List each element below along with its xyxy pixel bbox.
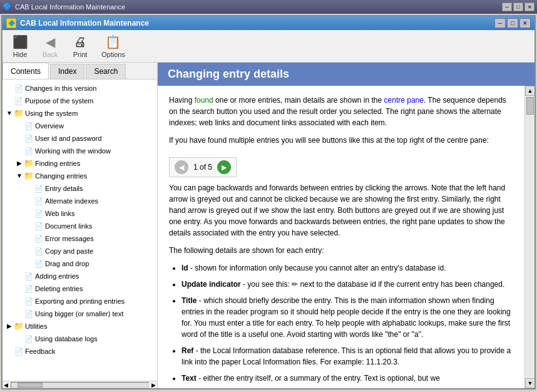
tree-item-changing-entries[interactable]: ▼📁Changing entries [5,170,155,182]
tree-item-working-window[interactable]: 📄Working with the window [5,145,155,157]
scroll-track [11,382,149,388]
tree-label-entry-details: Entry details [45,183,83,194]
tree-item-adding-entries[interactable]: 📄Adding entries [5,270,155,282]
back-icon: ◀ [41,33,59,51]
tree-label-purpose: Purpose of the system [25,95,93,106]
inner-title-bar: 🔷 CAB Local Information Maintenance ─ □ … [3,16,534,30]
maximize-button[interactable]: □ [513,3,523,11]
print-label: Print [73,51,88,58]
prev-entry-button[interactable]: ◀ [175,160,188,174]
tree-label-using-bigger: Using bigger (or smaller) text [35,308,123,319]
scroll-thumb[interactable] [18,383,43,388]
tab-bar: Contents Index Search [3,63,157,80]
bullet-desc-id: - shown for information only because you… [190,264,446,272]
folder-icon-finding-entries: 📁 [24,159,34,168]
bullet-desc-title: - which should briefly describe the entr… [182,296,511,339]
inner-window: 🔷 CAB Local Information Maintenance ─ □ … [1,15,536,389]
tab-contents[interactable]: Contents [3,63,49,79]
tree-item-changes[interactable]: 📄Changes in this version [5,82,155,95]
highlight-found: found [195,96,213,105]
tree-item-user-id[interactable]: 📄User id and password [5,132,155,145]
tree-item-drag-drop[interactable]: 📄Drag and drop [5,257,155,270]
outer-title-text: CAB Local Information Maintenance [15,3,501,11]
back-label: Back [43,51,58,58]
tree-item-entry-details[interactable]: 📄Entry details [5,182,155,195]
toggle-changing-entries[interactable]: ▼ [15,170,24,182]
left-horizontal-scrollbar[interactable]: ◀ ▶ [3,381,157,388]
tree-view: 📄Changes in this version📄Purpose of the … [3,80,157,381]
tree-label-copy-paste: Copy and paste [45,245,93,257]
minimize-button[interactable]: ─ [502,3,512,11]
tree-item-overview[interactable]: 📄Overview [5,120,155,132]
tree-item-alternate-indexes[interactable]: 📄Alternate indexes [5,195,155,207]
tree-label-adding-entries: Adding entries [35,271,79,282]
tree-label-changing-entries: Changing entries [35,170,87,182]
bullet-desc-update: - you see this: ✏ next to the database i… [243,280,504,289]
link-centre: centre pane [384,96,424,105]
scroll-right-btn[interactable]: ▶ [150,382,157,388]
tree-item-document-links[interactable]: 📄Document links [5,220,155,232]
tree-item-error-messages[interactable]: 📄Error messages [5,232,155,245]
scroll-up-button[interactable]: ▲ [525,86,534,96]
content-body: Having found one or more entries, main d… [158,86,524,388]
bullet-desc-text: - either the entry itself, or a summary … [198,374,440,383]
inner-window-icon: 🔷 [6,18,16,28]
tree-label-working-window: Working with the window [35,145,111,157]
scroll-left-btn[interactable]: ◀ [3,382,9,388]
tree-item-using-bigger[interactable]: 📄Using bigger (or smaller) text [5,307,155,320]
tree-item-exporting-printing[interactable]: 📄Exporting and printing entries [5,295,155,307]
right-content-wrapper: Having found one or more entries, main d… [158,86,534,388]
scroll-down-button[interactable]: ▼ [525,378,534,388]
folder-icon-using-system: 📁 [14,109,24,118]
right-panel: Changing entry details Having found one … [158,63,534,388]
tree-item-purpose[interactable]: 📄Purpose of the system [5,95,155,107]
toggle-using-system[interactable]: ▼ [5,108,14,119]
content-header: Changing entry details [158,63,534,86]
list-item-text: Text - either the entry itself, or a sum… [182,373,513,384]
paragraph-4: The following details are shown for each… [169,245,513,256]
inner-close-button[interactable]: ✕ [519,18,531,28]
page-icon-error-messages: 📄 [34,234,44,243]
tree-label-exporting-printing: Exporting and printing entries [35,296,125,307]
hide-button[interactable]: ⬛ Hide [8,32,33,59]
tree-label-deleting-entries: Deleting entries [35,283,83,294]
options-button[interactable]: 📋 Options [98,32,129,59]
hide-label: Hide [13,51,28,58]
content-title: Changing entry details [168,68,524,81]
page-icon-exporting-printing: 📄 [24,297,34,306]
inner-maximize-button[interactable]: □ [507,18,518,28]
tree-label-alternate-indexes: Alternate indexes [45,195,98,207]
outer-title-bar: 🔷 CAB Local Information Maintenance ─ □ … [0,0,537,14]
right-scroll-thumb[interactable] [526,97,534,115]
page-icon-drag-drop: 📄 [34,259,44,268]
page-icon-adding-entries: 📄 [24,272,34,281]
tree-item-database-logs[interactable]: 📄Using database logs [5,333,155,345]
toggle-finding-entries[interactable]: ▶ [15,158,24,169]
toggle-utilities[interactable]: ▶ [5,321,14,332]
page-icon-alternate-indexes: 📄 [34,197,44,205]
list-item-id: Id - shown for information only because … [182,262,513,274]
print-button[interactable]: 🖨 Print [68,32,93,59]
tab-search[interactable]: Search [86,64,126,79]
bullet-term-id: Id [182,264,188,272]
back-button[interactable]: ◀ Back [38,32,63,59]
tree-item-utilities[interactable]: ▶📁Utilities [5,320,155,333]
options-label: Options [101,51,125,58]
tree-item-web-links[interactable]: 📄Web links [5,207,155,220]
tree-item-using-system[interactable]: ▼📁Using the system [5,107,155,120]
print-icon: 🖨 [71,33,89,51]
page-icon-using-bigger: 📄 [24,309,34,318]
tree-item-deleting-entries[interactable]: 📄Deleting entries [5,282,155,295]
next-entry-button[interactable]: ▶ [217,160,231,174]
right-scrollbar: ▲ ▼ [524,86,534,388]
page-icon-changes: 📄 [14,84,24,93]
paragraph-3: You can page backwards and forwards betw… [169,182,513,239]
bullet-term-text: Text [182,374,197,383]
tab-index[interactable]: Index [50,64,84,79]
tree-item-finding-entries[interactable]: ▶📁Finding entries [5,157,155,170]
close-button[interactable]: ✕ [524,3,534,11]
tree-item-copy-paste[interactable]: 📄Copy and paste [5,245,155,257]
tree-item-feedback[interactable]: 📄Feedback [5,345,155,358]
tree-label-finding-entries: Finding entries [35,158,80,169]
inner-minimize-button[interactable]: ─ [494,18,506,28]
